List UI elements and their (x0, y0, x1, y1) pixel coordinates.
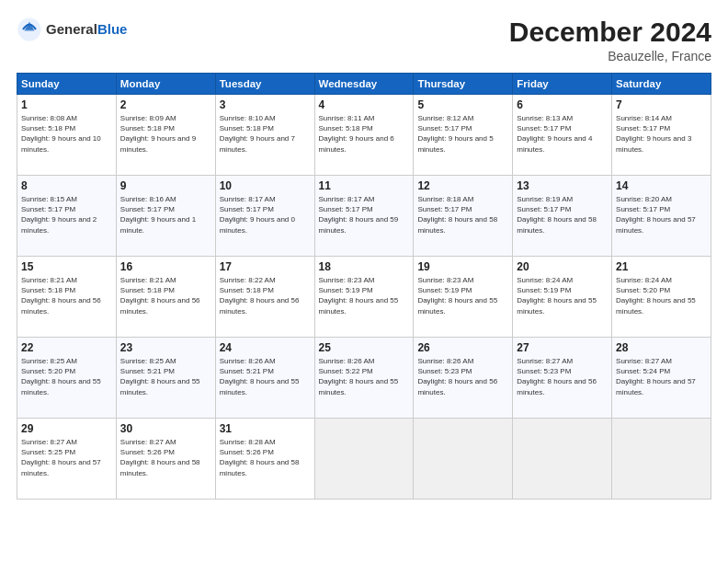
day-info: Sunrise: 8:16 AMSunset: 5:17 PMDaylight:… (120, 195, 196, 235)
table-row: 30 Sunrise: 8:27 AMSunset: 5:26 PMDaylig… (116, 419, 215, 500)
day-info: Sunrise: 8:21 AMSunset: 5:18 PMDaylight:… (120, 276, 200, 316)
day-info: Sunrise: 8:22 AMSunset: 5:18 PMDaylight:… (220, 276, 300, 316)
table-row: 22 Sunrise: 8:25 AMSunset: 5:20 PMDaylig… (17, 338, 117, 419)
table-row: 15 Sunrise: 8:21 AMSunset: 5:18 PMDaylig… (17, 257, 117, 338)
day-number: 30 (120, 422, 211, 435)
day-info: Sunrise: 8:25 AMSunset: 5:20 PMDaylight:… (21, 357, 101, 396)
table-row: 14 Sunrise: 8:20 AMSunset: 5:17 PMDaylig… (612, 176, 711, 257)
header: GeneralBlue December 2024 Beauzelle, Fra… (17, 17, 711, 63)
day-number: 8 (21, 179, 112, 192)
table-row: 6 Sunrise: 8:13 AMSunset: 5:17 PMDayligh… (513, 95, 612, 176)
logo: GeneralBlue (17, 17, 127, 42)
day-number: 31 (220, 422, 311, 435)
day-number: 3 (220, 98, 311, 111)
col-wednesday: Wednesday (314, 74, 414, 95)
table-row: 24 Sunrise: 8:26 AMSunset: 5:21 PMDaylig… (215, 338, 314, 419)
calendar-row: 8 Sunrise: 8:15 AMSunset: 5:17 PMDayligh… (17, 176, 711, 257)
table-row: 17 Sunrise: 8:22 AMSunset: 5:18 PMDaylig… (215, 257, 314, 338)
col-saturday: Saturday (612, 74, 711, 95)
table-row: 29 Sunrise: 8:27 AMSunset: 5:25 PMDaylig… (17, 419, 117, 500)
day-number: 7 (616, 98, 707, 111)
table-row: 2 Sunrise: 8:09 AMSunset: 5:18 PMDayligh… (116, 95, 215, 176)
table-row: 19 Sunrise: 8:23 AMSunset: 5:19 PMDaylig… (414, 257, 513, 338)
table-row: 21 Sunrise: 8:24 AMSunset: 5:20 PMDaylig… (612, 257, 711, 338)
day-number: 11 (319, 179, 410, 192)
day-info: Sunrise: 8:11 AMSunset: 5:18 PMDaylight:… (319, 114, 394, 154)
table-row (314, 419, 414, 500)
table-row: 1 Sunrise: 8:08 AMSunset: 5:18 PMDayligh… (17, 95, 117, 176)
table-row: 5 Sunrise: 8:12 AMSunset: 5:17 PMDayligh… (414, 95, 513, 176)
month-title: December 2024 (509, 17, 711, 47)
col-friday: Friday (513, 74, 612, 95)
day-info: Sunrise: 8:08 AMSunset: 5:18 PMDaylight:… (21, 114, 101, 154)
day-number: 23 (120, 341, 211, 354)
table-row (513, 419, 612, 500)
day-number: 24 (220, 341, 311, 354)
day-info: Sunrise: 8:23 AMSunset: 5:19 PMDaylight:… (319, 276, 399, 316)
logo-blue: Blue (97, 21, 128, 37)
table-row: 20 Sunrise: 8:24 AMSunset: 5:19 PMDaylig… (513, 257, 612, 338)
day-number: 25 (319, 341, 410, 354)
day-info: Sunrise: 8:12 AMSunset: 5:17 PMDaylight:… (417, 114, 493, 154)
day-info: Sunrise: 8:13 AMSunset: 5:17 PMDaylight:… (517, 114, 592, 154)
table-row: 3 Sunrise: 8:10 AMSunset: 5:18 PMDayligh… (215, 95, 314, 176)
table-row: 9 Sunrise: 8:16 AMSunset: 5:17 PMDayligh… (116, 176, 215, 257)
day-info: Sunrise: 8:09 AMSunset: 5:18 PMDaylight:… (120, 114, 196, 154)
table-row: 4 Sunrise: 8:11 AMSunset: 5:18 PMDayligh… (314, 95, 414, 176)
table-row (612, 419, 711, 500)
day-info: Sunrise: 8:27 AMSunset: 5:23 PMDaylight:… (517, 357, 597, 396)
day-info: Sunrise: 8:26 AMSunset: 5:21 PMDaylight:… (220, 357, 300, 396)
table-row: 16 Sunrise: 8:21 AMSunset: 5:18 PMDaylig… (116, 257, 215, 338)
logo-general: General (46, 21, 97, 37)
table-row: 13 Sunrise: 8:19 AMSunset: 5:17 PMDaylig… (513, 176, 612, 257)
day-number: 2 (120, 98, 211, 111)
table-row: 11 Sunrise: 8:17 AMSunset: 5:17 PMDaylig… (314, 176, 414, 257)
day-info: Sunrise: 8:20 AMSunset: 5:17 PMDaylight:… (616, 195, 696, 235)
day-info: Sunrise: 8:21 AMSunset: 5:18 PMDaylight:… (21, 276, 101, 316)
day-info: Sunrise: 8:25 AMSunset: 5:21 PMDaylight:… (120, 357, 200, 396)
day-number: 13 (517, 179, 608, 192)
day-number: 22 (21, 341, 112, 354)
calendar-row: 1 Sunrise: 8:08 AMSunset: 5:18 PMDayligh… (17, 95, 711, 176)
day-number: 29 (21, 422, 112, 435)
day-info: Sunrise: 8:10 AMSunset: 5:18 PMDaylight:… (220, 114, 295, 154)
day-info: Sunrise: 8:27 AMSunset: 5:26 PMDaylight:… (120, 438, 200, 477)
day-info: Sunrise: 8:24 AMSunset: 5:19 PMDaylight:… (517, 276, 597, 316)
header-row: Sunday Monday Tuesday Wednesday Thursday… (17, 74, 711, 95)
day-number: 17 (220, 260, 311, 273)
day-info: Sunrise: 8:17 AMSunset: 5:17 PMDaylight:… (319, 195, 399, 235)
page: GeneralBlue December 2024 Beauzelle, Fra… (0, 0, 728, 563)
table-row: 25 Sunrise: 8:26 AMSunset: 5:22 PMDaylig… (314, 338, 414, 419)
day-number: 4 (319, 98, 410, 111)
day-number: 28 (616, 341, 707, 354)
day-info: Sunrise: 8:23 AMSunset: 5:19 PMDaylight:… (417, 276, 497, 316)
day-number: 15 (21, 260, 112, 273)
calendar-body: 1 Sunrise: 8:08 AMSunset: 5:18 PMDayligh… (17, 95, 711, 500)
day-info: Sunrise: 8:17 AMSunset: 5:17 PMDaylight:… (220, 195, 295, 235)
day-number: 14 (616, 179, 707, 192)
calendar-row: 22 Sunrise: 8:25 AMSunset: 5:20 PMDaylig… (17, 338, 711, 419)
day-number: 16 (120, 260, 211, 273)
table-row: 7 Sunrise: 8:14 AMSunset: 5:17 PMDayligh… (612, 95, 711, 176)
calendar-table: Sunday Monday Tuesday Wednesday Thursday… (17, 73, 711, 500)
col-tuesday: Tuesday (215, 74, 314, 95)
day-info: Sunrise: 8:28 AMSunset: 5:26 PMDaylight:… (220, 438, 300, 477)
day-number: 10 (220, 179, 311, 192)
day-info: Sunrise: 8:26 AMSunset: 5:22 PMDaylight:… (319, 357, 399, 396)
table-row (414, 419, 513, 500)
day-number: 12 (417, 179, 508, 192)
col-monday: Monday (116, 74, 215, 95)
day-info: Sunrise: 8:19 AMSunset: 5:17 PMDaylight:… (517, 195, 597, 235)
day-number: 27 (517, 341, 608, 354)
day-info: Sunrise: 8:27 AMSunset: 5:24 PMDaylight:… (616, 357, 696, 396)
table-row: 10 Sunrise: 8:17 AMSunset: 5:17 PMDaylig… (215, 176, 314, 257)
table-row: 23 Sunrise: 8:25 AMSunset: 5:21 PMDaylig… (116, 338, 215, 419)
day-number: 5 (417, 98, 508, 111)
logo-icon (17, 17, 42, 42)
table-row: 31 Sunrise: 8:28 AMSunset: 5:26 PMDaylig… (215, 419, 314, 500)
day-number: 20 (517, 260, 608, 273)
table-row: 27 Sunrise: 8:27 AMSunset: 5:23 PMDaylig… (513, 338, 612, 419)
day-info: Sunrise: 8:18 AMSunset: 5:17 PMDaylight:… (417, 195, 497, 235)
table-row: 8 Sunrise: 8:15 AMSunset: 5:17 PMDayligh… (17, 176, 117, 257)
table-row: 28 Sunrise: 8:27 AMSunset: 5:24 PMDaylig… (612, 338, 711, 419)
